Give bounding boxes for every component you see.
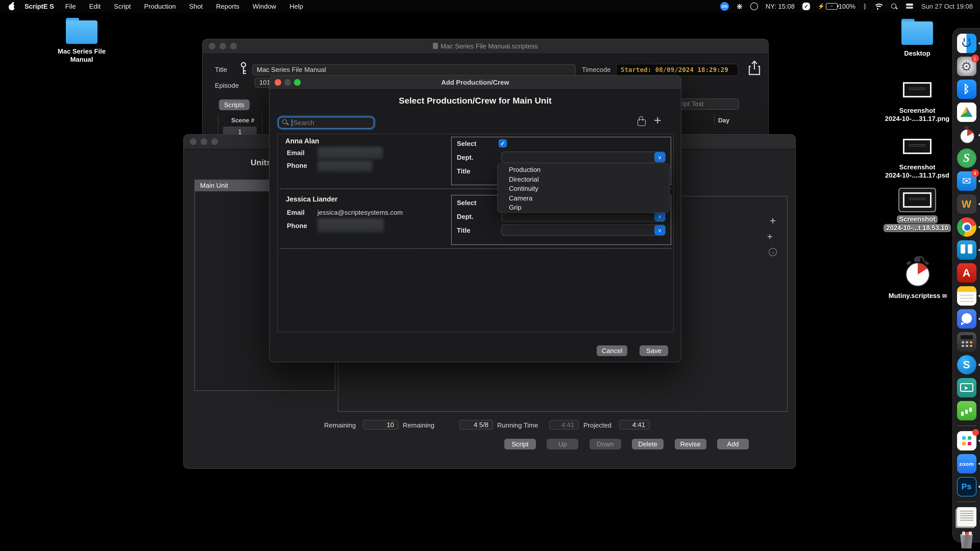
footer-button-script[interactable]: Script xyxy=(504,439,536,449)
dock-item-trash[interactable] xyxy=(957,530,976,549)
footer-button-up[interactable]: Up xyxy=(547,439,579,449)
key-icon[interactable] xyxy=(239,62,248,75)
search-input[interactable] xyxy=(292,118,366,127)
wifi-icon[interactable] xyxy=(875,3,883,10)
search-field[interactable] xyxy=(278,117,374,129)
apple-menu-icon[interactable] xyxy=(9,3,15,10)
zoom-app-status-icon[interactable]: zm xyxy=(720,2,729,11)
menu-shot[interactable]: Shot xyxy=(189,3,203,10)
lock-icon[interactable] xyxy=(638,119,646,126)
main-window-title-bar[interactable]: Mac Series File Manual.scriptess xyxy=(203,39,768,54)
control-center-icon[interactable] xyxy=(905,3,914,9)
footer-button-add[interactable]: Add xyxy=(717,439,749,449)
title-input[interactable]: Mac Series File Manual xyxy=(252,64,576,76)
menu-reports[interactable]: Reports xyxy=(216,3,239,10)
footer-button-revise[interactable]: Revise xyxy=(675,439,706,449)
dock-item-notes[interactable] xyxy=(957,286,976,306)
select-label: Select xyxy=(457,199,476,206)
remaining1-field[interactable]: 10 xyxy=(363,420,399,430)
dock-item-mail[interactable]: 4 xyxy=(957,171,976,191)
dock-item-calculator[interactable] xyxy=(957,332,976,351)
cancel-button[interactable]: Cancel xyxy=(597,345,628,356)
dock-item-bluetooth[interactable] xyxy=(957,79,976,99)
dock-item-timer[interactable] xyxy=(957,125,976,145)
projected-field[interactable]: 4:41 xyxy=(619,420,650,430)
menu-bar-clock[interactable]: Sun 27 Oct 19:08 xyxy=(921,3,973,10)
dock-item-settings[interactable]: 1 xyxy=(957,57,976,76)
dock-item-screenshare[interactable] xyxy=(957,378,976,397)
check-shield-icon[interactable]: ✓ xyxy=(802,3,810,10)
select-checkbox-checked[interactable]: ✓ xyxy=(499,139,507,148)
menu-window[interactable]: Window xyxy=(253,3,277,10)
desktop-icon-desktop-folder[interactable]: Desktop xyxy=(886,21,948,58)
dock-item-scripte[interactable] xyxy=(957,148,976,168)
save-button[interactable]: Save xyxy=(640,345,668,356)
add-contact-icon[interactable]: + xyxy=(654,115,661,125)
dept-option-grip[interactable]: Grip xyxy=(498,203,669,213)
arrow-circle-icon[interactable]: → xyxy=(769,248,777,256)
document-icon xyxy=(957,507,976,527)
desktop-icon-screenshot-png[interactable]: Screenshot 2024-10-....31.17.png xyxy=(883,82,951,123)
desktop-icon-label-line1: Screenshot xyxy=(883,106,951,115)
battery-indicator[interactable]: ⚡ ~ 100% xyxy=(818,3,856,10)
remaining2-field[interactable]: 4 5/8 xyxy=(460,420,493,430)
dock-item-chrome[interactable] xyxy=(957,218,976,237)
dept-dropdown[interactable]: ∨ xyxy=(501,151,666,163)
menu-production[interactable]: Production xyxy=(144,3,176,10)
desktop-icon-label-line1: Screenshot xyxy=(883,163,951,171)
spotlight-search-icon[interactable] xyxy=(891,3,898,10)
dialog-title-bar[interactable]: Add Production/Crew xyxy=(269,76,681,90)
dock-item-signal[interactable] xyxy=(957,309,976,329)
folder-icon xyxy=(66,21,97,44)
zoom-button[interactable] xyxy=(211,138,218,145)
menu-script[interactable]: Script xyxy=(114,3,130,10)
add-row-icon[interactable]: + xyxy=(770,215,776,227)
desktop-icon-mac-series-file-manual[interactable]: Mac Series File Manual xyxy=(57,21,106,64)
dock-item-zoom[interactable] xyxy=(957,454,976,473)
dock-item-acrobat[interactable] xyxy=(957,263,976,283)
close-button[interactable] xyxy=(190,138,197,145)
dock-item-skype[interactable] xyxy=(957,355,976,375)
share-icon[interactable] xyxy=(748,60,761,76)
scripts-button[interactable]: Scripts xyxy=(219,100,249,110)
circle-status-icon[interactable] xyxy=(750,3,758,10)
menu-file[interactable]: File xyxy=(65,3,76,10)
title-dropdown[interactable]: ∨ xyxy=(501,224,666,236)
dock-item-slack[interactable] xyxy=(957,431,976,451)
running-indicator-dot xyxy=(978,180,980,182)
snowflake-status-icon[interactable]: ❋ xyxy=(737,2,742,11)
phone-label: Phone xyxy=(287,162,307,169)
dock-item-drive[interactable] xyxy=(957,103,976,122)
desktop-icon-screenshot-selected[interactable]: Screenshot 2024-10-...t 18.53.10 xyxy=(881,188,953,232)
chevron-down-icon[interactable]: ∨ xyxy=(654,152,665,162)
dept-option-camera[interactable]: Camera xyxy=(498,194,669,203)
dept-option-directorial[interactable]: Directorial xyxy=(498,175,669,184)
dept-label: Dept. xyxy=(457,154,473,161)
dock-item-document[interactable] xyxy=(957,507,976,527)
add-item-icon[interactable]: + xyxy=(767,232,773,242)
bluetooth-icon[interactable]: ᛒ xyxy=(863,3,867,10)
dept-option-continuity[interactable]: Continuity xyxy=(498,184,669,194)
dock-item-chart[interactable] xyxy=(957,401,976,421)
dock-item-workflow[interactable] xyxy=(957,194,976,214)
menu-help[interactable]: Help xyxy=(290,3,303,10)
dock-item-trello[interactable] xyxy=(957,240,976,260)
chevron-down-icon[interactable]: ∨ xyxy=(654,211,665,221)
chevron-down-icon[interactable]: ∨ xyxy=(654,225,665,235)
remaining1-label: Remaining xyxy=(324,421,356,429)
running-time-field: 4:41 xyxy=(549,420,579,430)
footer-button-down[interactable]: Down xyxy=(590,439,621,449)
photoshop-icon xyxy=(957,477,976,496)
menu-edit[interactable]: Edit xyxy=(89,3,101,10)
desktop-icon-mutiny-scriptess[interactable]: Mutiny.scriptess ✉ xyxy=(887,257,948,300)
units-heading: Units xyxy=(251,158,271,167)
episode-label: Episode xyxy=(215,82,239,89)
dock-item-finder[interactable] xyxy=(957,34,976,53)
ny-time[interactable]: NY: 15:08 xyxy=(765,3,795,10)
dock-item-photoshop[interactable] xyxy=(957,477,976,496)
minimize-button[interactable] xyxy=(200,138,207,145)
footer-button-delete[interactable]: Delete xyxy=(632,439,663,449)
dept-option-production[interactable]: Production xyxy=(498,165,669,175)
app-menu[interactable]: ScriptE S xyxy=(24,3,54,10)
desktop-icon-screenshot-psd[interactable]: Screenshot 2024-10-....31.17.psd xyxy=(883,139,951,179)
